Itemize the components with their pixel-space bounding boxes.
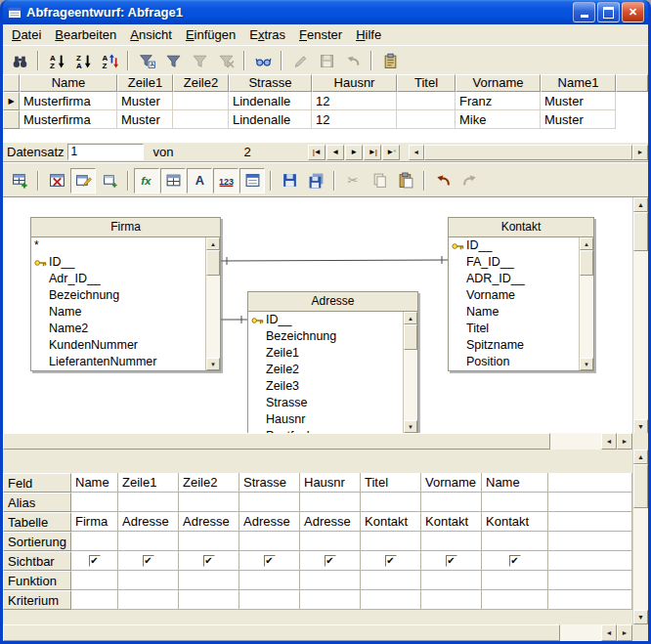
field-item[interactable]: Name2: [31, 321, 205, 337]
cell[interactable]: Muster: [541, 110, 616, 129]
scroll-up-icon[interactable]: ▲: [633, 450, 648, 464]
cell[interactable]: [239, 571, 300, 590]
data-source-as-table-icon[interactable]: [250, 48, 276, 73]
column-header[interactable]: Zeile1: [117, 74, 173, 92]
cell[interactable]: [548, 532, 632, 551]
cell[interactable]: Adresse: [300, 512, 361, 532]
visible-checkbox[interactable]: ✔: [203, 555, 215, 567]
cell[interactable]: [118, 571, 179, 590]
field-item[interactable]: Strasse: [248, 395, 403, 411]
row-header[interactable]: Feld: [3, 473, 71, 493]
field-item[interactable]: Spitzname: [449, 337, 579, 354]
field-item[interactable]: Bezeichnung: [31, 287, 205, 304]
undo-data-icon[interactable]: [340, 48, 366, 73]
field-item[interactable]: Zeile2: [248, 362, 403, 378]
field-item[interactable]: Titel: [449, 321, 579, 337]
title-bar[interactable]: Abfrageentwurf: Abfrage1 ✕: [3, 0, 648, 24]
table-title[interactable]: Kontakt: [449, 218, 593, 237]
visible-checkbox[interactable]: ✔: [385, 555, 397, 567]
cell[interactable]: Titel: [361, 473, 421, 493]
scroll-right-icon[interactable]: ►: [632, 145, 648, 160]
cell[interactable]: [300, 571, 361, 590]
menu-hilfe[interactable]: Hilfe: [349, 25, 388, 44]
visible-checkbox[interactable]: ✔: [89, 555, 101, 567]
field-item[interactable]: Position: [449, 354, 579, 370]
row-selector[interactable]: ▶: [3, 92, 20, 110]
field-item[interactable]: ADR_ID__: [449, 271, 579, 287]
field-item[interactable]: *: [31, 237, 205, 254]
cell[interactable]: [548, 590, 632, 610]
row-header[interactable]: Alias: [3, 493, 71, 512]
field-item[interactable]: Adr_ID__: [31, 271, 205, 287]
cell[interactable]: [179, 493, 239, 512]
table-box-firma[interactable]: Firma * ID__ Adr_ID__ Bezeichnung Name N…: [30, 217, 221, 371]
data-to-fields-icon[interactable]: [377, 48, 403, 73]
cell[interactable]: [179, 532, 239, 551]
table-title[interactable]: Firma: [31, 218, 220, 237]
cell[interactable]: Firma: [71, 512, 118, 532]
field-item[interactable]: Bezeichnung: [248, 328, 403, 345]
cell[interactable]: Hausnr: [300, 473, 361, 493]
cell[interactable]: [548, 512, 632, 532]
scroll-up-icon[interactable]: ▲: [580, 237, 593, 250]
previous-record-button[interactable]: ◄: [326, 145, 344, 160]
cell[interactable]: Kontakt: [482, 512, 548, 532]
field-item[interactable]: Name: [449, 304, 579, 321]
scroll-left-icon[interactable]: ◄: [601, 624, 617, 641]
cell[interactable]: [118, 532, 179, 551]
scroll-up-icon[interactable]: ▲: [404, 312, 417, 324]
column-header[interactable]: Name1: [541, 74, 616, 92]
maximize-button[interactable]: [597, 2, 620, 22]
grid-vertical-scrollbar[interactable]: ▲ ▼: [632, 450, 648, 624]
field-item[interactable]: LieferantenNummer: [31, 354, 205, 370]
cell[interactable]: Adresse: [179, 512, 239, 532]
cell[interactable]: Muster: [117, 92, 173, 110]
scroll-down-icon[interactable]: ▼: [206, 358, 220, 370]
cell[interactable]: [361, 590, 421, 610]
cell[interactable]: [548, 473, 632, 493]
query-design-canvas[interactable]: Firma * ID__ Adr_ID__ Bezeichnung Name N…: [3, 196, 648, 433]
cell[interactable]: Kontakt: [361, 512, 421, 532]
save-record-icon[interactable]: [314, 48, 339, 73]
cell[interactable]: [118, 590, 179, 610]
remove-filter-icon[interactable]: [213, 48, 239, 73]
cell[interactable]: Vorname: [421, 473, 482, 493]
query-properties-toggle-icon[interactable]: [239, 168, 265, 193]
table-title[interactable]: Adresse: [248, 292, 417, 312]
cell[interactable]: [300, 532, 361, 551]
scroll-right-icon[interactable]: ►: [617, 433, 632, 450]
row-header[interactable]: Funktion: [3, 571, 71, 590]
undo-icon[interactable]: [430, 168, 456, 193]
cell[interactable]: [482, 590, 548, 610]
scroll-down-icon[interactable]: ▼: [633, 610, 648, 624]
scroll-down-icon[interactable]: ▼: [633, 419, 648, 433]
cell[interactable]: 12: [312, 92, 397, 110]
select-all-corner[interactable]: [3, 74, 20, 92]
cell[interactable]: [397, 92, 456, 110]
cell[interactable]: 12: [312, 110, 397, 129]
cell[interactable]: [421, 532, 482, 551]
cell[interactable]: [548, 571, 632, 590]
field-item[interactable]: ID__: [248, 312, 403, 328]
edit-data-icon[interactable]: [287, 48, 313, 73]
scroll-left-icon[interactable]: ◄: [409, 145, 424, 160]
cell[interactable]: Name: [482, 473, 548, 493]
field-item[interactable]: KundenNummer: [31, 337, 205, 354]
visible-checkbox[interactable]: ✔: [264, 555, 276, 567]
scroll-up-icon[interactable]: ▲: [633, 197, 648, 212]
row-header[interactable]: Sichtbar: [3, 551, 71, 571]
cell[interactable]: [173, 92, 229, 110]
cell[interactable]: Muster: [541, 92, 616, 110]
alias-toggle-icon[interactable]: A: [187, 168, 212, 193]
field-item[interactable]: Hausnr: [248, 411, 403, 428]
cell[interactable]: [300, 493, 361, 512]
close-button[interactable]: ✕: [622, 2, 644, 22]
cut-icon[interactable]: ✂: [340, 168, 366, 193]
visible-checkbox[interactable]: ✔: [143, 555, 154, 567]
design-vertical-scrollbar[interactable]: ▲ ▼: [632, 197, 648, 433]
grid-horizontal-scrollbar[interactable]: ◄ ►: [3, 624, 648, 641]
cell[interactable]: Zeile2: [179, 473, 239, 493]
last-record-button[interactable]: ►|: [364, 145, 381, 160]
cell[interactable]: [482, 532, 548, 551]
cell[interactable]: [239, 493, 300, 512]
